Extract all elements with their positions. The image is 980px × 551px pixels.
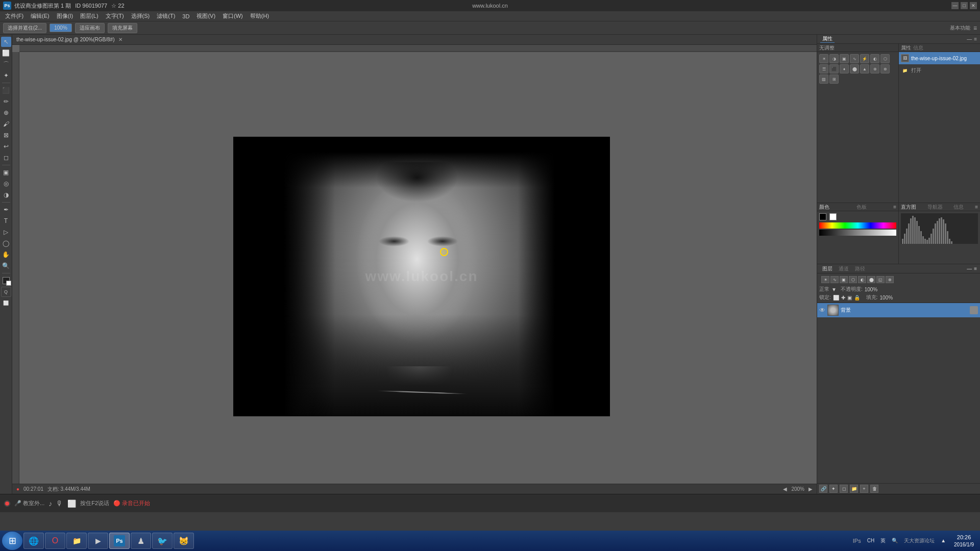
delete-layer-btn[interactable]: 🗑 [870,485,878,493]
bg-color-swatch[interactable] [829,213,837,220]
blur-tool[interactable]: ◎ [1,179,11,189]
workspace-settings-icon[interactable]: ≡ [973,24,977,32]
add-mask-btn[interactable]: ◻ [840,485,848,493]
shape-tool[interactable]: ◯ [1,238,11,248]
canvas-close-icon[interactable]: ✕ [118,37,122,42]
add-style-btn[interactable]: ✦ [829,485,838,493]
status-nav-right[interactable]: ▶ [808,486,813,492]
tray-lang[interactable]: 英 [878,537,888,544]
taskbar-steam[interactable]: ♟ [131,533,151,549]
histogram-tab[interactable]: 直方图 [901,204,916,211]
adj-exposure[interactable]: ⚡ [860,54,869,63]
menu-item-e[interactable]: 编辑(E) [28,11,53,21]
lock-all-icon[interactable]: 🔒 [854,295,860,300]
lock-art-icon[interactable]: ▣ [847,295,852,300]
info-tab[interactable]: 信息 [953,204,964,211]
foreground-color[interactable] [1,276,11,286]
start-button[interactable]: ⊞ [2,532,22,550]
text-tool[interactable]: T [1,216,11,226]
history-brush[interactable]: ↩ [1,141,11,152]
fit-canvas-button[interactable]: 适应画布 [75,23,105,33]
magic-wand-tool[interactable]: ✦ [1,70,11,81]
adj-photo[interactable]: ♦ [840,64,849,73]
dodge-tool[interactable]: ◑ [1,190,11,200]
lock-pixel-icon[interactable]: ⬜ [833,295,839,300]
opacity-value[interactable]: 100% [865,287,878,292]
colorbal-icon[interactable]: ◐ [858,276,866,283]
file-open-item[interactable]: 📁 打开 [899,64,980,77]
layers-tab[interactable]: 图层 [820,265,835,272]
hsl-icon[interactable]: ⬡ [849,276,857,283]
fill-screen-button[interactable]: 填充屏幕 [108,23,137,33]
channels-tab[interactable]: 通道 [837,265,851,272]
color-panel-menu[interactable]: ≡ [893,204,896,210]
gradient-tool[interactable]: ▣ [1,167,11,178]
adj-colorlookup[interactable]: ▲ [860,64,869,73]
layer-visibility-icon[interactable]: 👁 [819,307,825,314]
layer-background[interactable]: 👁 背景 [817,303,980,317]
new-adj-icon[interactable]: ☀ [821,276,829,283]
brush-tool[interactable]: 🖌 [1,119,11,129]
selection-tool[interactable]: ⬜ [1,48,11,58]
fill-value[interactable]: 100% [880,295,893,300]
eraser-tool[interactable]: ◻ [1,153,11,163]
crop-tool[interactable]: ⬛ [1,85,11,95]
adj-channelmix[interactable]: ⬤ [850,64,859,73]
menu-item-s[interactable]: 选择(S) [128,11,153,21]
mic-icon[interactable]: 🎙 [56,499,63,508]
swatches-tab[interactable]: 色板 [856,204,867,211]
quick-mask[interactable]: Q [1,287,11,297]
taskbar-app1[interactable]: 🐦 [152,533,173,549]
adj-bw[interactable]: ⬛ [829,64,839,73]
tray-expand[interactable]: ▲ [939,538,948,543]
lasso-tool[interactable]: ⌒ [1,59,11,69]
zoom-tool[interactable]: 🔍 [1,261,11,271]
layers-menu-icon[interactable]: ≡ [974,266,977,271]
move-tool[interactable]: ↖ [1,37,11,47]
link-layers-btn[interactable]: 🔗 [819,485,827,493]
new-layer-btn[interactable]: + [860,485,868,493]
gray-spectrum[interactable] [819,230,896,236]
taskbar-files[interactable]: 📁 [66,533,87,549]
screen-mode[interactable]: ⬜ [1,298,11,308]
histogram-menu[interactable]: ≡ [975,204,978,210]
pen-tool[interactable]: ✒ [1,205,11,215]
hand-tool[interactable]: ✋ [1,249,11,260]
tray-ch[interactable]: CH [865,538,876,543]
select-mask-button[interactable]: 选择并遮住(2... [3,23,46,33]
adj-posterize[interactable]: ⊗ [880,64,890,73]
curves-icon[interactable]: ∿ [830,276,839,283]
tray-forum[interactable]: 天大资源论坛 [902,537,937,544]
paths-tab[interactable]: 路径 [853,265,867,272]
invert-icon[interactable]: ⊕ [886,276,894,283]
menu-item-t[interactable]: 滤镜(T) [154,11,178,21]
properties-tab[interactable]: 属性 [820,35,835,43]
eyedropper-tool[interactable]: ✏ [1,96,11,107]
panel-collapse-icon[interactable]: — [967,36,972,42]
status-nav-left[interactable]: ◀ [783,486,787,492]
clone-tool[interactable]: ⊠ [1,130,11,140]
screen-icon[interactable]: ⬜ [67,499,76,508]
panel-menu-icon[interactable]: ≡ [974,36,977,42]
adj-invert[interactable]: ⊕ [870,64,879,73]
adj-colorbal[interactable]: ☰ [819,64,828,73]
menu-item-v[interactable]: 视图(V) [193,11,218,21]
adj-vibrance[interactable]: ◐ [870,54,879,63]
menu-item-3d[interactable]: 3D [179,12,192,20]
adj-levels[interactable]: ▣ [840,54,849,63]
menu-item-i[interactable]: 图像(I) [54,11,76,21]
color-spectrum[interactable] [819,222,896,229]
gradient-icon[interactable]: ◱ [876,276,885,283]
menu-item-l[interactable]: 图层(L) [77,11,101,21]
taskbar-app2[interactable]: 😸 [174,533,194,549]
maximize-button[interactable]: □ [961,2,968,9]
nav-tab[interactable]: 导航器 [927,204,943,211]
path-selection[interactable]: ▷ [1,227,11,237]
close-button[interactable]: ✕ [970,2,977,9]
adj-curves[interactable]: ∿ [850,54,859,63]
adj-hsl[interactable]: ⬡ [880,54,890,63]
menu-item-f[interactable]: 文件(F) [2,11,27,21]
rec-indicator-btn[interactable] [4,500,10,507]
zoom-100-button[interactable]: 100% [50,23,72,32]
new-group-btn[interactable]: 📁 [850,485,858,493]
